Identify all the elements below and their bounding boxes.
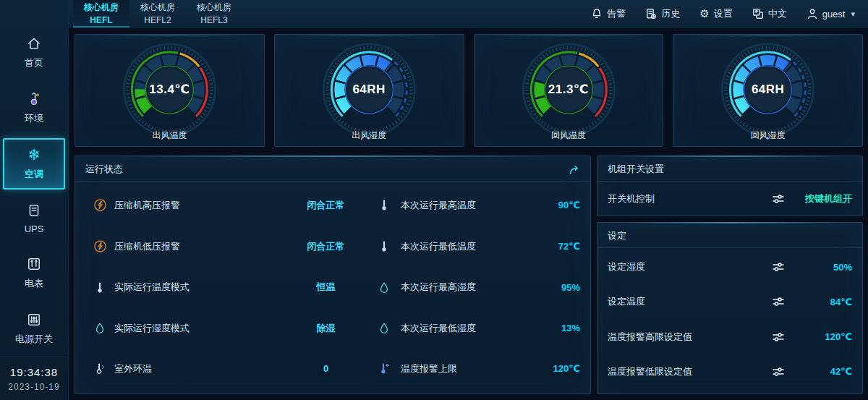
history-icon bbox=[645, 8, 657, 20]
tab-code: HEFL bbox=[84, 14, 119, 27]
thermometer-icon bbox=[85, 281, 114, 294]
status-value: 除湿 bbox=[284, 322, 367, 335]
temp-alarm-icon bbox=[367, 362, 401, 375]
power-switch-icon bbox=[27, 312, 41, 328]
unit-switch-panel: 机组开关设置 开关机控制 按键机组开 bbox=[597, 156, 863, 216]
sliders-icon[interactable] bbox=[767, 366, 790, 378]
tab-name: 核心机房 bbox=[197, 1, 231, 14]
settings-menu-item[interactable]: ⚙ 设置 bbox=[699, 7, 732, 20]
sidebar-item-label: 空调 bbox=[25, 168, 43, 181]
tab-name: 核心机房 bbox=[84, 1, 119, 14]
gauge-outlet-temp: 13.4℃ 出风温度 bbox=[75, 34, 265, 147]
user-icon bbox=[807, 8, 818, 20]
history-menu-item[interactable]: 历史 bbox=[645, 7, 680, 20]
topbar-menu: 告警 历史 ⚙ 设置 中文 guest ▾ bbox=[591, 0, 868, 27]
clock-time: 19:34:38 bbox=[0, 366, 68, 378]
tab-room-hefl2[interactable]: 核心机房 HEFL2 bbox=[129, 0, 186, 27]
tab-code: HEFL3 bbox=[197, 14, 231, 27]
meter-icon bbox=[27, 256, 41, 272]
unit-on-button[interactable]: 按键机组开 bbox=[790, 192, 852, 205]
room-tabs: 核心机房 HEFL 核心机房 HEFL2 核心机房 HEFL3 bbox=[69, 0, 242, 27]
sidebar-item-power-switch[interactable]: 电源开关 bbox=[3, 303, 65, 354]
language-icon bbox=[752, 8, 764, 20]
switch-control-row: 开关机控制 按键机组开 bbox=[597, 182, 862, 216]
status-label: 压缩机高压报警 bbox=[114, 199, 284, 212]
status-label: 本次运行最高温度 bbox=[401, 199, 527, 212]
setpoint-row: 温度报警高限设定值 120℃ bbox=[597, 320, 862, 354]
language-label: 中文 bbox=[768, 7, 787, 20]
history-label: 历史 bbox=[661, 7, 680, 20]
droplet-icon bbox=[367, 281, 401, 294]
setpoint-label: 设定温度 bbox=[608, 295, 767, 308]
status-label: 室外环温 bbox=[114, 362, 284, 375]
sidebar-item-label: 电表 bbox=[25, 277, 43, 290]
gauge-return-temp: 21.3℃ 回风温度 bbox=[474, 34, 664, 147]
panel-title: 运行状态 bbox=[85, 163, 123, 176]
sidebar-item-ups[interactable]: UPS bbox=[3, 194, 65, 243]
sliders-icon[interactable] bbox=[767, 261, 790, 273]
status-label: 温度报警上限 bbox=[401, 362, 527, 375]
setpoint-row: 设定湿度 50% bbox=[597, 250, 862, 284]
outdoor-thermometer-icon bbox=[85, 362, 114, 375]
status-value: 95% bbox=[527, 282, 580, 293]
refresh-icon[interactable] bbox=[568, 164, 580, 175]
sliders-icon[interactable] bbox=[767, 193, 790, 205]
setpoint-row: 温度报警低限设定值 42℃ bbox=[597, 354, 862, 389]
chevron-down-icon: ▾ bbox=[851, 9, 855, 19]
sidebar-item-label: 环境 bbox=[25, 112, 43, 125]
sidebar-item-meter[interactable]: 电表 bbox=[3, 247, 65, 299]
language-menu-item[interactable]: 中文 bbox=[752, 7, 787, 20]
tab-name: 核心机房 bbox=[140, 1, 175, 14]
thermometer-icon bbox=[367, 240, 401, 252]
gauge-label: 回风湿度 bbox=[673, 129, 862, 142]
status-value: 0 bbox=[284, 363, 367, 374]
gauge-value: 64RH bbox=[275, 82, 464, 97]
alarm-menu-item[interactable]: 告警 bbox=[591, 7, 626, 20]
gauge-value: 64RH bbox=[673, 82, 862, 97]
gauge-value: 13.4℃ bbox=[75, 82, 264, 97]
status-rows: 压缩机高压报警 闭合正常 本次运行最高温度 90℃ 压缩机低压报警 闭合正常 本… bbox=[75, 182, 590, 393]
sidebar-item-label: UPS bbox=[25, 224, 44, 234]
sidebar-item-aircon[interactable]: ❄ 空调 bbox=[3, 138, 65, 190]
sidebar-item-label: 首页 bbox=[25, 56, 43, 69]
panel-title: 机组开关设置 bbox=[608, 163, 664, 176]
status-label: 实际运行湿度模式 bbox=[114, 322, 284, 335]
status-value: 120℃ bbox=[527, 363, 580, 374]
sidebar-item-home[interactable]: 首页 bbox=[3, 27, 65, 78]
sidebar-item-label: 电源开关 bbox=[15, 333, 53, 346]
droplet-icon bbox=[85, 322, 114, 334]
status-value: 恒温 bbox=[284, 281, 367, 294]
tab-code: HEFL2 bbox=[140, 14, 175, 27]
user-name: guest bbox=[822, 9, 846, 20]
status-row: 压缩机高压报警 闭合正常 本次运行最高温度 90℃ bbox=[75, 198, 590, 212]
gauge-label: 出风温度 bbox=[75, 129, 264, 142]
gauge-return-humidity: 64RH 回风湿度 bbox=[673, 34, 863, 147]
setpoint-value: 84℃ bbox=[790, 297, 852, 307]
setpoint-value: 120℃ bbox=[790, 331, 852, 342]
main-area: 核心机房 HEFL 核心机房 HEFL2 核心机房 HEFL3 告警 历史 bbox=[69, 0, 868, 400]
ups-icon bbox=[27, 203, 41, 218]
tab-room-hefl[interactable]: 核心机房 HEFL bbox=[73, 0, 129, 27]
status-value: 闭合正常 bbox=[284, 240, 367, 253]
tab-room-hefl3[interactable]: 核心机房 HEFL3 bbox=[186, 0, 242, 27]
gauge-value: 21.3℃ bbox=[475, 82, 663, 97]
status-label: 实际运行温度模式 bbox=[114, 281, 284, 294]
sliders-icon[interactable] bbox=[767, 296, 790, 307]
setpoint-label: 温度报警低限设定值 bbox=[608, 365, 767, 378]
gear-icon: ⚙ bbox=[699, 9, 709, 20]
clock-date: 2023-10-19 bbox=[0, 382, 68, 392]
user-menu[interactable]: guest ▾ bbox=[807, 8, 855, 20]
sliders-icon[interactable] bbox=[767, 331, 790, 343]
bell-icon bbox=[591, 8, 603, 20]
sidebar: 首页 环境 ❄ 空调 UPS 电表 电源开关 19:34:38 bbox=[0, 0, 69, 400]
status-value: 90℃ bbox=[527, 200, 580, 210]
control-label: 开关机控制 bbox=[608, 192, 767, 205]
compressor-alarm-icon bbox=[85, 239, 114, 253]
clock: 19:34:38 2023-10-19 bbox=[0, 357, 68, 400]
sidebar-item-environment[interactable]: 环境 bbox=[3, 82, 65, 134]
status-label: 本次运行最高湿度 bbox=[401, 281, 527, 294]
thermometer-icon bbox=[367, 199, 401, 211]
gauge-outlet-humidity: 64RH 出风湿度 bbox=[274, 34, 464, 147]
snowflake-icon: ❄ bbox=[27, 147, 41, 163]
setpoint-rows: 设定湿度 50% 设定温度 84℃ 温度报警高限设定值 120℃ bbox=[597, 248, 862, 393]
